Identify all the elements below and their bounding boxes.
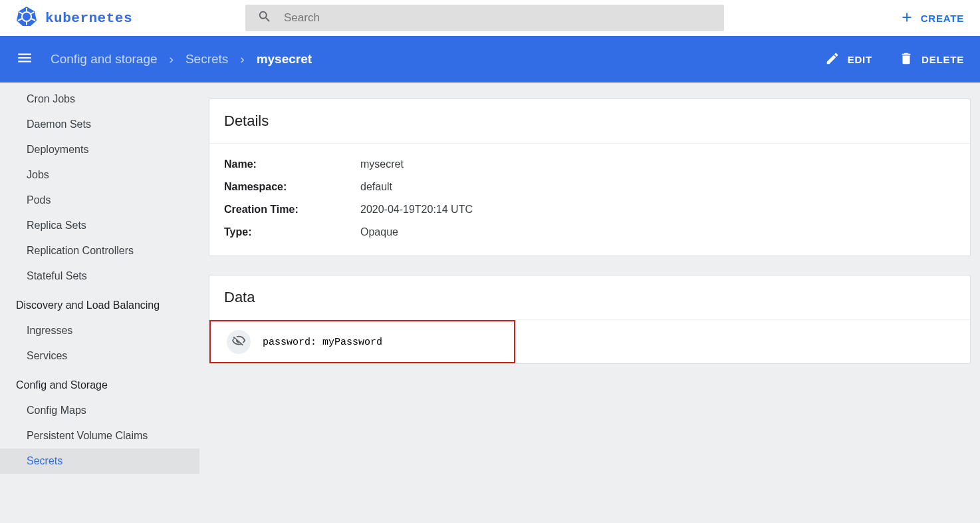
edit-label: EDIT — [848, 54, 872, 65]
detail-label: Type: — [224, 226, 360, 238]
sidebar-item-secrets[interactable]: Secrets — [0, 448, 199, 474]
data-title: Data — [209, 275, 970, 320]
sidebar-item-cron-jobs[interactable]: Cron Jobs — [0, 87, 199, 112]
secret-value: myPassword — [322, 337, 382, 348]
sidebar-item-deployments[interactable]: Deployments — [0, 137, 199, 162]
main-content: Details Name: mysecret Namespace: defaul… — [199, 83, 980, 523]
detail-label: Name: — [224, 158, 360, 170]
detail-value: 2020-04-19T20:14 UTC — [360, 204, 473, 216]
sidebar-item-ingresses[interactable]: Ingresses — [0, 318, 199, 343]
sidebar-item-replica-sets[interactable]: Replica Sets — [0, 213, 199, 238]
detail-value: Opaque — [360, 226, 398, 238]
breadcrumb-secrets[interactable]: Secrets — [185, 52, 228, 67]
top-bar: kubernetes CREATE — [0, 0, 980, 36]
secret-entry: password: myPassword — [263, 337, 382, 348]
brand-name: kubernetes — [45, 11, 132, 26]
edit-button[interactable]: EDIT — [825, 51, 872, 68]
sidebar-item-stateful-sets[interactable]: Stateful Sets — [0, 263, 199, 289]
sidebar-item-jobs[interactable]: Jobs — [0, 162, 199, 188]
sidebar-item-pods[interactable]: Pods — [0, 188, 199, 213]
pencil-icon — [825, 51, 840, 68]
sidebar-item-config-maps[interactable]: Config Maps — [0, 398, 199, 423]
chevron-right-icon: › — [240, 52, 244, 67]
sidebar-item-services[interactable]: Services — [0, 343, 199, 369]
sidebar: Cron Jobs Daemon Sets Deployments Jobs P… — [0, 83, 199, 523]
sidebar-group-discovery-title: Discovery and Load Balancing — [0, 289, 199, 318]
breadcrumb: Config and storage › Secrets › mysecret — [51, 52, 312, 67]
eye-off-icon — [231, 333, 246, 351]
create-button[interactable]: CREATE — [900, 10, 964, 27]
detail-row-creation-time: Creation Time: 2020-04-19T20:14 UTC — [224, 198, 955, 221]
trash-icon — [899, 51, 914, 68]
delete-button[interactable]: DELETE — [899, 51, 964, 68]
search-icon — [257, 9, 272, 27]
detail-value: default — [360, 181, 392, 193]
detail-value: mysecret — [360, 158, 404, 170]
plus-icon — [900, 10, 914, 27]
sidebar-item-pvc[interactable]: Persistent Volume Claims — [0, 423, 199, 448]
detail-label: Namespace: — [224, 181, 360, 193]
secret-data-row: password: myPassword — [209, 320, 515, 363]
sidebar-group-config-title: Config and Storage — [0, 369, 199, 398]
details-card: Details Name: mysecret Namespace: defaul… — [209, 98, 971, 256]
detail-row-type: Type: Opaque — [224, 221, 955, 244]
data-card: Data password: myPassword — [209, 275, 971, 364]
sidebar-item-daemon-sets[interactable]: Daemon Sets — [0, 112, 199, 137]
breadcrumb-current: mysecret — [257, 52, 312, 67]
brand-logo: kubernetes — [16, 5, 132, 31]
search-input[interactable] — [284, 11, 712, 25]
sidebar-item-replication-controllers[interactable]: Replication Controllers — [0, 238, 199, 263]
detail-row-namespace: Namespace: default — [224, 176, 955, 198]
chevron-right-icon: › — [170, 52, 174, 67]
kubernetes-icon — [16, 5, 37, 31]
delete-label: DELETE — [921, 54, 964, 65]
create-label: CREATE — [921, 13, 964, 24]
menu-icon[interactable] — [16, 49, 33, 69]
breadcrumb-config-storage[interactable]: Config and storage — [51, 52, 158, 67]
toggle-secret-visibility-button[interactable] — [227, 330, 251, 354]
search-box[interactable] — [245, 5, 724, 31]
detail-row-name: Name: mysecret — [224, 153, 955, 176]
details-title: Details — [209, 99, 970, 144]
detail-label: Creation Time: — [224, 204, 360, 216]
breadcrumb-bar: Config and storage › Secrets › mysecret … — [0, 36, 980, 83]
secret-key: password: — [263, 337, 316, 348]
